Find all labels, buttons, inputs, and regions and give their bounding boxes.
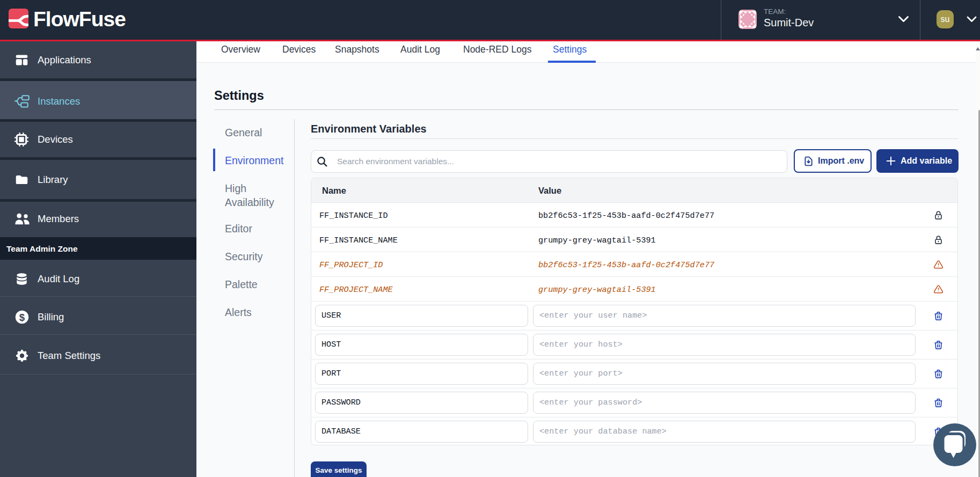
svg-text:$: $ <box>19 312 25 323</box>
